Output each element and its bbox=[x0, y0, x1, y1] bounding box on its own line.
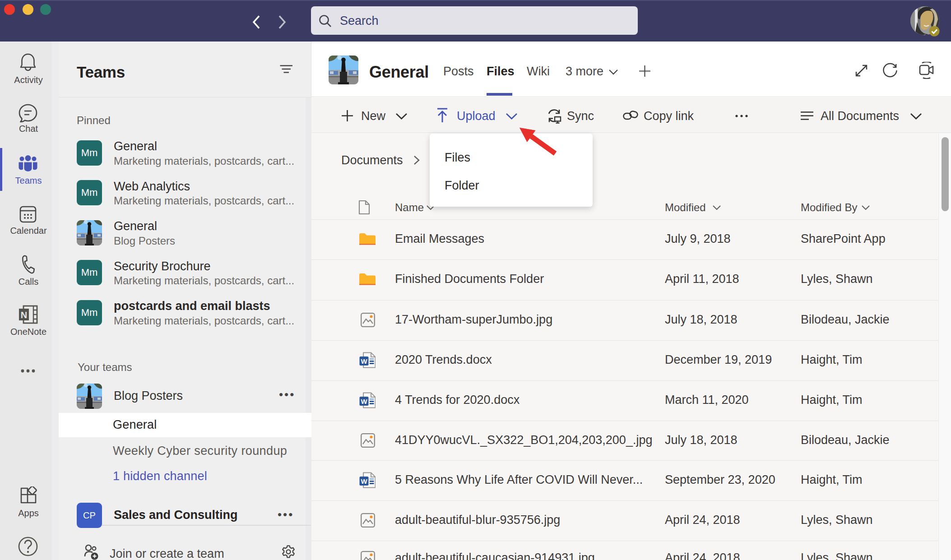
svg-text:N: N bbox=[21, 310, 27, 320]
